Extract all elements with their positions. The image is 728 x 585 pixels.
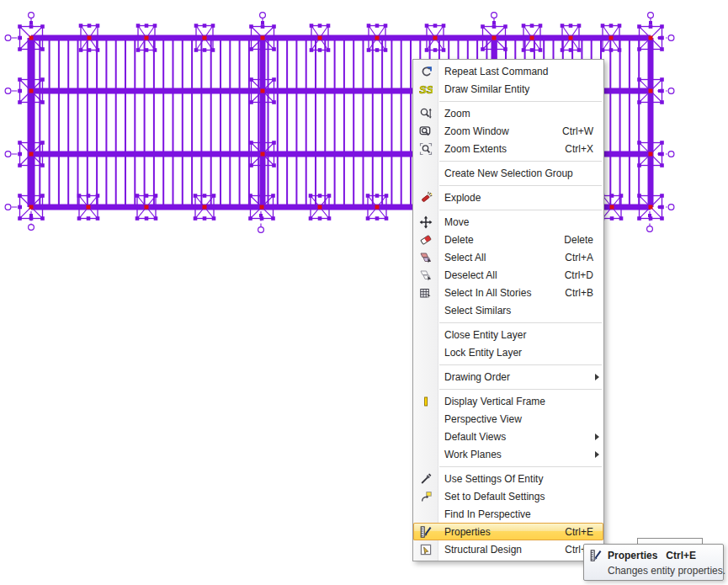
zoom-extents-icon [413, 142, 438, 156]
menu-item-label: Close Entity Layer [438, 329, 593, 341]
menu-item-label: Select All [438, 252, 565, 263]
structural-plan-drawing[interactable] [0, 0, 728, 585]
menu-item-draw-similar-entity[interactable]: Draw Similar Entity [413, 80, 603, 98]
menu-item-drawing-order[interactable]: Drawing Order [413, 368, 603, 386]
properties-icon [589, 549, 603, 562]
menu-item-shortcut: Ctrl+B [565, 287, 603, 299]
menu-item-select-in-all-stories[interactable]: Select In All Stories Ctrl+B [413, 284, 603, 301]
menu-item-label: Properties [438, 526, 565, 538]
tooltip-description: Changes entity properties. [608, 565, 716, 577]
menu-item-move[interactable]: Move [413, 213, 603, 231]
draw-similar-icon [413, 82, 438, 96]
menu-item-label: Display Vertical Frame [438, 396, 593, 407]
menu-item-label: Use Settings Of Entity [438, 473, 593, 485]
menu-item-properties[interactable]: Properties Ctrl+E [413, 523, 603, 540]
tooltip-title: Properties [608, 550, 657, 561]
menu-separator [413, 386, 603, 392]
menu-item-label: Zoom Extents [438, 143, 565, 155]
menu-item-label: Set to Default Settings [438, 491, 593, 503]
menu-item-label: Create New Selection Group [438, 168, 593, 179]
menu-item-deselect-all[interactable]: Deselect All Ctrl+D [413, 266, 603, 284]
menu-item-structural-design[interactable]: Structural Design Ctrl+E [413, 540, 603, 558]
explode-icon [413, 191, 438, 205]
menu-separator [413, 463, 603, 470]
menu-item-label: Default Views [438, 431, 603, 443]
menu-separator [413, 157, 603, 164]
menu-item-label: Select In All Stories [438, 287, 565, 299]
menu-separator [413, 361, 603, 368]
menu-item-label: Repeat Last Command [438, 66, 593, 77]
menu-item-label: Zoom [438, 108, 593, 120]
properties-tooltip: Properties Ctrl+E Changes entity propert… [583, 544, 724, 581]
default-settings-icon [413, 490, 438, 503]
menu-separator [413, 182, 603, 189]
repeat-icon [413, 65, 438, 78]
menu-item-explode[interactable]: Explode [413, 189, 603, 206]
menu-separator [413, 206, 603, 213]
menu-item-work-planes[interactable]: Work Planes [413, 445, 603, 463]
structural-design-icon [413, 543, 438, 556]
menu-item-zoom[interactable]: Zoom [413, 104, 603, 122]
menu-separator [413, 98, 603, 104]
menu-item-zoom-extents[interactable]: Zoom Extents Ctrl+X [413, 140, 603, 157]
deselect-all-icon [413, 269, 438, 282]
menu-item-label: Move [438, 216, 593, 228]
menu-item-shortcut: Delete [564, 234, 603, 246]
menu-item-label: Perspective View [438, 413, 593, 425]
menu-item-default-views[interactable]: Default Views [413, 428, 603, 445]
select-stories-icon [413, 286, 438, 300]
menu-item-label: Work Planes [438, 449, 603, 460]
menu-item-label: Drawing Order [438, 371, 603, 383]
menu-item-repeat-last-command[interactable]: Repeat Last Command [413, 62, 603, 80]
menu-item-delete[interactable]: Delete Delete [413, 231, 603, 248]
menu-item-shortcut: Ctrl+X [565, 143, 603, 155]
menu-item-label: Structural Design [438, 544, 565, 556]
menu-item-select-similars[interactable]: Select Similars [413, 301, 603, 319]
menu-item-label: Find In Perspective [438, 508, 593, 520]
menu-item-label: Zoom Window [438, 125, 562, 137]
zoom-window-icon [413, 125, 438, 138]
menu-item-select-all[interactable]: Select All Ctrl+A [413, 248, 603, 266]
menu-item-perspective-view[interactable]: Perspective View [413, 410, 603, 428]
menu-item-label: Explode [438, 192, 593, 204]
menu-item-close-entity-layer[interactable]: Close Entity Layer [413, 326, 603, 343]
tooltip-shortcut: Ctrl+E [666, 550, 696, 561]
menu-item-label: Deselect All [438, 269, 565, 281]
menu-item-label: Lock Entity Layer [438, 347, 593, 359]
menu-item-label: Select Similars [438, 305, 593, 316]
menu-item-lock-entity-layer[interactable]: Lock Entity Layer [413, 343, 603, 361]
eyedropper-icon [413, 472, 438, 486]
select-all-icon [413, 251, 438, 264]
properties-icon [413, 525, 438, 539]
menu-item-label: Delete [438, 234, 564, 246]
submenu-arrow-icon [595, 451, 599, 458]
menu-item-shortcut: Ctrl+D [565, 269, 603, 281]
delete-icon [413, 233, 438, 247]
app-canvas: { "drawing": { "color": "#7c12e0", "node… [0, 0, 728, 585]
menu-item-set-to-default-settings[interactable]: Set to Default Settings [413, 487, 603, 505]
submenu-arrow-icon [595, 374, 599, 380]
zoom-icon [413, 107, 438, 120]
menu-item-label: Draw Similar Entity [438, 83, 593, 95]
move-icon [413, 215, 438, 229]
menu-item-zoom-window[interactable]: Zoom Window Ctrl+W [413, 122, 603, 140]
menu-item-display-vertical-frame[interactable]: Display Vertical Frame [413, 392, 603, 410]
menu-item-shortcut: Ctrl+W [562, 125, 603, 137]
menu-item-shortcut: Ctrl+A [565, 252, 603, 263]
menu-item-create-new-selection-group[interactable]: Create New Selection Group [413, 164, 603, 182]
menu-item-shortcut: Ctrl+E [565, 526, 603, 538]
menu-separator [413, 319, 603, 326]
menu-item-use-settings-of-entity[interactable]: Use Settings Of Entity [413, 470, 603, 487]
menu-item-find-in-perspective[interactable]: Find In Perspective [413, 505, 603, 523]
context-menu: Repeat Last Command Draw Similar Entity … [412, 59, 604, 561]
vertical-frame-icon [413, 395, 438, 408]
submenu-arrow-icon [595, 433, 599, 440]
